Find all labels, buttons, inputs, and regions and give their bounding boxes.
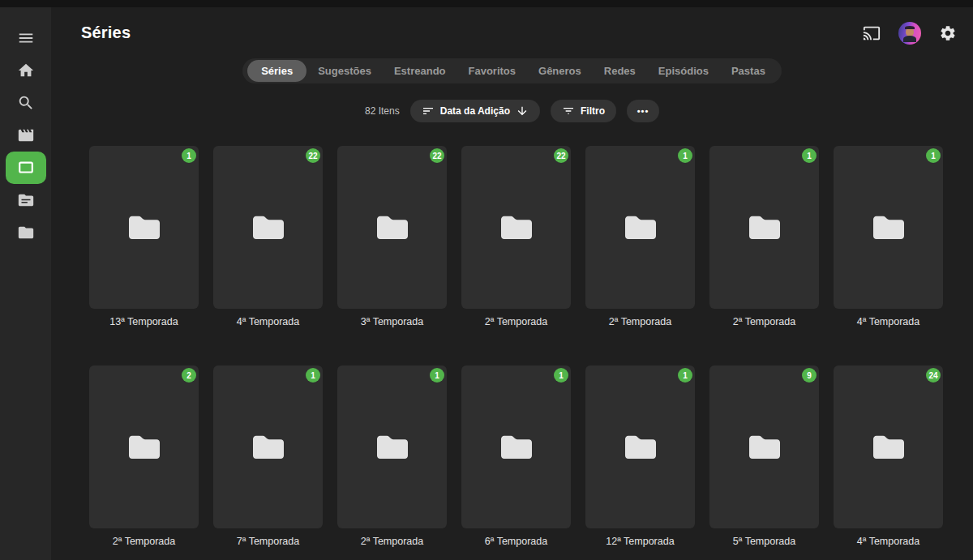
sidebar-item-menu[interactable] <box>6 22 46 54</box>
toolbar: 82 Itens Data da Adição Filtro ••• <box>51 100 973 122</box>
folder-icon <box>498 432 535 463</box>
count-badge: 1 <box>678 368 692 383</box>
folder-card-label: 4ª Temporada <box>213 316 323 328</box>
count-badge: 1 <box>802 148 817 163</box>
folder-card-label: 13ª Temporada <box>89 316 199 328</box>
folder-lines-icon <box>17 191 35 209</box>
search-icon <box>17 94 35 112</box>
folder-card-thumb[interactable]: 1 <box>89 146 199 309</box>
header-actions <box>861 22 958 45</box>
sidebar-item-search[interactable] <box>6 87 46 119</box>
folder-card[interactable]: 14ª Temporada <box>834 146 943 328</box>
home-icon <box>17 62 35 79</box>
folder-card-thumb[interactable]: 1 <box>337 365 447 528</box>
tab-bar: SériesSugestõesEstreandoFavoritosGêneros… <box>242 58 782 83</box>
sidebar-item-library[interactable] <box>6 184 46 216</box>
folder-card-label: 12ª Temporada <box>585 536 695 548</box>
filter-button-label: Filtro <box>581 105 605 117</box>
folder-card[interactable]: 244ª Temporada <box>834 365 943 548</box>
folder-icon <box>250 212 287 243</box>
folder-card[interactable]: 223ª Temporada <box>337 146 447 328</box>
folder-icon <box>870 432 907 463</box>
folder-icon <box>126 212 163 243</box>
folder-card[interactable]: 112ª Temporada <box>585 365 695 548</box>
count-badge: 1 <box>678 148 692 163</box>
count-badge: 2 <box>182 368 196 383</box>
folder-card[interactable]: 95ª Temporada <box>709 365 819 548</box>
count-badge: 9 <box>802 368 817 383</box>
filter-button[interactable]: Filtro <box>551 100 616 122</box>
folder-icon <box>746 212 783 243</box>
settings-gear-icon[interactable] <box>937 23 958 44</box>
folder-card-label: 2ª Temporada <box>89 536 199 548</box>
folder-card-thumb[interactable]: 24 <box>834 365 943 528</box>
folder-card-thumb[interactable]: 1 <box>834 146 943 309</box>
folder-card[interactable]: 222ª Temporada <box>461 146 571 328</box>
count-badge: 22 <box>554 148 568 163</box>
folder-card-thumb[interactable]: 1 <box>585 146 695 309</box>
movie-icon <box>17 126 35 144</box>
folder-card[interactable]: 113ª Temporada <box>89 146 199 328</box>
folder-card-thumb[interactable]: 2 <box>89 365 199 528</box>
folder-icon <box>374 432 411 463</box>
folder-card[interactable]: 12ª Temporada <box>709 146 819 328</box>
count-badge: 1 <box>554 368 568 383</box>
folder-icon <box>622 212 659 243</box>
tab-generos[interactable]: Gêneros <box>527 60 593 82</box>
folder-card-thumb[interactable]: 22 <box>213 146 323 309</box>
count-badge: 22 <box>306 148 320 163</box>
tab-favoritos[interactable]: Favoritos <box>457 60 528 82</box>
sidebar <box>0 7 51 560</box>
tab-redes[interactable]: Redes <box>593 60 647 82</box>
folder-card-thumb[interactable]: 1 <box>709 146 819 309</box>
folder-card[interactable]: 12ª Temporada <box>337 365 447 548</box>
sort-button-label: Data da Adição <box>440 105 510 117</box>
cast-icon[interactable] <box>861 23 882 44</box>
folder-card-label: 2ª Temporada <box>709 316 819 328</box>
folder-icon <box>622 432 659 463</box>
count-badge: 22 <box>430 148 444 163</box>
folder-card-thumb[interactable]: 1 <box>461 365 571 528</box>
folder-card-label: 2ª Temporada <box>461 316 571 328</box>
tab-pastas[interactable]: Pastas <box>720 60 777 82</box>
page-header: Séries <box>51 7 973 58</box>
folder-card-label: 5ª Temporada <box>709 536 819 548</box>
filter-icon <box>562 105 575 118</box>
folder-card-label: 2ª Temporada <box>585 316 695 328</box>
folder-card-thumb[interactable]: 1 <box>585 365 695 528</box>
count-badge: 1 <box>926 148 941 163</box>
sort-button[interactable]: Data da Adição <box>410 100 540 122</box>
folder-card[interactable]: 16ª Temporada <box>461 365 571 548</box>
folder-icon <box>17 224 35 242</box>
main-content: Séries SériesSugestõesEstreandoFavoritos… <box>51 7 973 560</box>
tab-series[interactable]: Séries <box>247 60 306 82</box>
folder-card-label: 4ª Temporada <box>834 316 943 328</box>
folder-card-thumb[interactable]: 22 <box>337 146 447 309</box>
sidebar-item-movies[interactable] <box>6 119 46 152</box>
tab-sugestoes[interactable]: Sugestões <box>306 60 383 82</box>
page-title: Séries <box>81 24 131 42</box>
folder-card-thumb[interactable]: 1 <box>213 365 323 528</box>
folder-icon <box>870 212 907 243</box>
sidebar-item-home[interactable] <box>6 54 46 87</box>
sidebar-item-series[interactable] <box>6 152 46 184</box>
folder-icon <box>746 432 783 463</box>
folder-card[interactable]: 12ª Temporada <box>585 146 695 328</box>
folder-icon <box>374 212 411 243</box>
folder-card-thumb[interactable]: 9 <box>709 365 819 528</box>
avatar[interactable] <box>898 22 921 45</box>
folder-icon <box>498 212 535 243</box>
folder-card[interactable]: 17ª Temporada <box>213 365 323 548</box>
folder-card[interactable]: 224ª Temporada <box>213 146 323 328</box>
folder-card[interactable]: 22ª Temporada <box>89 365 199 548</box>
tab-episodios[interactable]: Episódios <box>647 60 720 82</box>
tab-estreando[interactable]: Estreando <box>383 60 457 82</box>
folder-icon <box>250 432 287 463</box>
count-badge: 24 <box>926 368 941 383</box>
folder-card-thumb[interactable]: 22 <box>461 146 571 309</box>
tv-icon <box>17 159 35 177</box>
sidebar-item-folders[interactable] <box>6 216 46 249</box>
folder-icon <box>126 432 163 463</box>
item-count: 82 Itens <box>365 105 400 117</box>
more-button[interactable]: ••• <box>627 100 659 122</box>
